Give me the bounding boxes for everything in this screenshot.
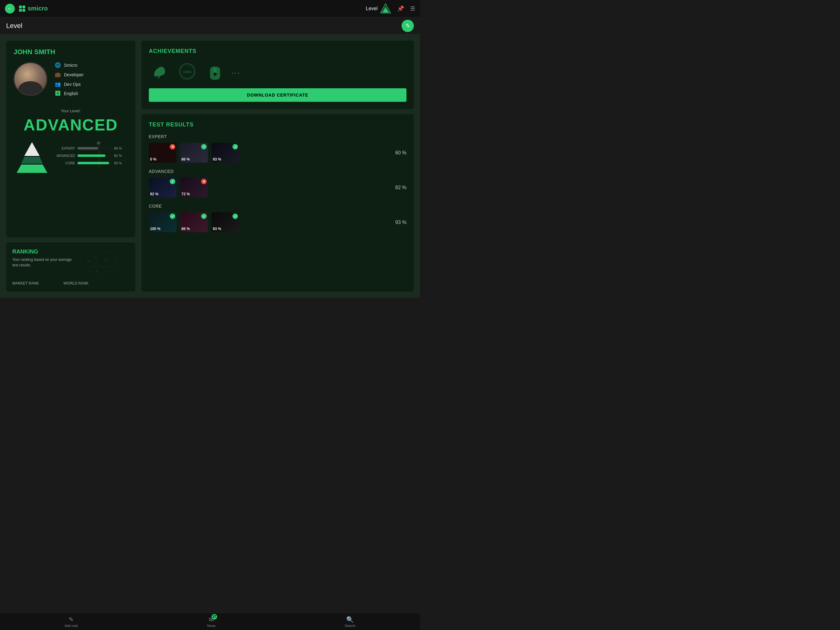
role-row: 💼 Developer [55,72,84,78]
svg-rect-3 [22,9,25,12]
svg-marker-7 [24,142,39,156]
test-thumb: ✓ 86 % [180,143,208,163]
main-content: JOHN SMITH 🌐 Smicro 💼 Developer [0,35,420,298]
pass-badge: ✓ [170,179,175,184]
level-text: Level [366,6,377,11]
test-thumb: ✓ 92 % [149,177,177,198]
level-indicator: Level [366,3,391,14]
core-score: 93 % [395,220,406,225]
bar-row-expert: EXPERT 60 % [54,146,125,150]
achievement-medal-icon: 100% [177,60,198,82]
core-label: CORE [149,204,406,209]
svg-point-17 [96,271,98,272]
advanced-label: ADVANCED [149,169,406,174]
expert-label: EXPERT [149,134,406,139]
test-thumb: ✓ 86 % [180,212,208,232]
svg-point-14 [111,269,119,277]
level-triangle-icon [380,3,391,14]
svg-marker-9 [17,165,47,173]
language-row: 🅰 English [55,91,84,96]
bar-fill-advanced [77,154,106,157]
thumb-percent: 86 % [182,227,190,231]
chart-section: 80 EXPERT 60 % ADVANCED 8 [14,139,128,176]
pass-badge: ✓ [170,214,175,219]
svg-point-15 [88,260,90,262]
advanced-test-row: ✓ 92 % ✕ 72 % 82 % [149,177,406,198]
left-panel: JOHN SMITH 🌐 Smicro 💼 Developer [6,41,135,291]
logo-text: smicro [28,5,48,12]
avatar-body [18,81,43,96]
bar-fill-core [77,162,109,164]
test-thumb: ✓ 100 % [149,212,177,232]
bar-fill-expert [77,147,98,149]
achievement-leaf-icon [149,60,171,82]
download-certificate-button[interactable]: DOWNLOAD CERTIFICATE [149,88,406,102]
subheader: Level ✎ [0,17,420,35]
test-category-expert: EXPERT ✕ 0 % ✓ 86 % ✓ 93 % [149,134,406,163]
achievements-card: ACHIEVEMENTS 100% [141,41,414,109]
thumb-percent: 93 % [213,227,221,231]
back-icon: ← [7,6,12,11]
pass-badge: ✓ [232,214,238,219]
top-nav: ← smicro Level 📌 ☰ [0,0,420,17]
bars-container: 80 EXPERT 60 % ADVANCED 8 [54,146,125,169]
team-row: 👥 Dev Ops [55,81,84,87]
company-value: Smicro [64,63,77,68]
thumb-percent: 92 % [150,192,158,196]
bar-percent-core: 93 % [114,161,125,165]
more-achievements-indicator: ... [232,68,241,75]
achievement-lock-icon [204,60,226,82]
svg-point-16 [105,259,107,261]
pass-badge: ✓ [201,214,207,219]
fail-badge: ✕ [201,179,207,184]
market-rank-label: MARKET RANK [12,281,39,285]
expert-test-row: ✕ 0 % ✓ 86 % ✓ 93 % 60 % [149,143,406,163]
ranking-labels: MARKET RANK WORLD RANK [12,281,88,285]
bar-track-core [77,162,112,164]
bar-label-advanced: ADVANCED [54,154,75,157]
back-button[interactable]: ← [5,4,15,14]
bar-track-advanced [77,154,112,157]
profile-info: 🌐 Smicro 💼 Developer 👥 Dev Ops 🅰 English [14,62,128,96]
pass-badge: ✓ [232,144,238,149]
team-value: Dev Ops [64,82,81,87]
company-row: 🌐 Smicro [55,62,84,68]
svg-text:100%: 100% [183,70,191,74]
nav-right: Level 📌 ☰ [366,3,415,14]
thumb-percent: 100 % [150,227,161,231]
level-value: ADVANCED [14,116,128,134]
advanced-score: 82 % [395,185,406,190]
expert-score: 60 % [395,150,406,156]
bar-row-core: CORE 93 % [54,161,125,165]
test-results-title: TEST RESULTS [149,122,406,128]
right-panel: ACHIEVEMENTS 100% [141,41,414,291]
profile-details: 🌐 Smicro 💼 Developer 👥 Dev Ops 🅰 English [55,62,84,96]
test-thumb: ✓ 93 % [212,212,239,232]
pass-badge: ✓ [201,144,207,149]
edit-button[interactable]: ✎ [401,20,414,32]
svg-marker-8 [21,157,43,164]
level-label: Your Level: [14,109,128,113]
level-section: Your Level: ADVANCED [14,104,128,139]
page-title: Level [6,22,22,30]
menu-icon[interactable]: ☰ [410,5,415,12]
pin-icon[interactable]: 📌 [397,5,404,12]
thumb-percent: 86 % [182,157,190,161]
test-category-core: CORE ✓ 100 % ✓ 86 % ✓ 93 % [149,204,406,232]
nav-left: ← smicro [5,4,48,14]
bar-row-advanced: ADVANCED 82 % [54,154,125,157]
bar-label-expert: EXPERT [54,146,75,150]
test-thumb: ✕ 0 % [149,143,177,163]
bar-percent-advanced: 82 % [114,154,125,157]
achievements-row: 100% ... [149,60,406,82]
svg-rect-1 [22,6,25,8]
bar-label-core: CORE [54,161,75,165]
test-thumb: ✓ 93 % [212,143,239,163]
svg-rect-0 [19,6,22,8]
svg-rect-22 [213,68,217,73]
thumb-percent: 72 % [182,192,190,196]
test-category-advanced: ADVANCED ✓ 92 % ✕ 72 % 82 % [149,169,406,198]
role-value: Developer [64,72,84,77]
thumb-percent: 93 % [213,157,221,161]
fail-badge: ✕ [170,144,175,149]
